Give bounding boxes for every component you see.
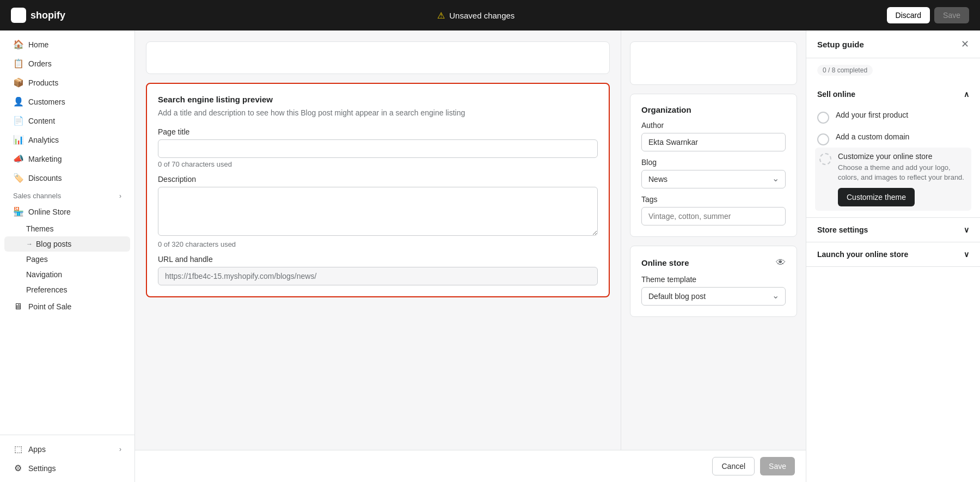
progress-text: 0 / 8 completed: [817, 65, 873, 76]
content-area: Search engine listing preview Add a titl…: [135, 30, 621, 450]
close-icon[interactable]: ✕: [961, 39, 969, 49]
add-domain-label: Add a custom domain: [836, 132, 909, 141]
description-label: Description: [158, 175, 598, 184]
top-stub-card: [146, 41, 610, 74]
sidebar-item-products[interactable]: 📦 Products: [4, 73, 130, 92]
store-settings-section: Store settings ∨: [806, 218, 980, 242]
url-handle-label: URL and handle: [158, 255, 598, 264]
sidebar-subitem-blog-posts[interactable]: Blog posts: [4, 236, 130, 252]
sidebar: 🏠 Home 📋 Orders 📦 Products 👤 Customers 📄…: [0, 30, 135, 482]
sidebar-item-label: Analytics: [28, 136, 59, 144]
sidebar-item-discounts[interactable]: 🏷️ Discounts: [4, 168, 130, 187]
seo-card-subtitle: Add a title and description to see how t…: [158, 107, 598, 119]
sidebar-subitem-pages[interactable]: Pages: [4, 252, 130, 267]
launch-store-header[interactable]: Launch your online store ∨: [806, 242, 980, 266]
cancel-button[interactable]: Cancel: [712, 457, 755, 475]
store-settings-label: Store settings: [817, 225, 868, 234]
online-store-heading: Online store: [641, 258, 689, 267]
sidebar-item-label: Marketing: [28, 155, 62, 163]
eye-icon[interactable]: 👁: [776, 257, 786, 269]
chevron-right-icon: ›: [119, 192, 121, 200]
sidebar-subitem-themes[interactable]: Themes: [4, 221, 130, 236]
sell-online-header[interactable]: Sell online ∧: [806, 82, 980, 106]
main-layout: 🏠 Home 📋 Orders 📦 Products 👤 Customers 📄…: [0, 30, 980, 482]
pages-label: Pages: [26, 255, 48, 264]
sell-online-section: Sell online ∧ Add your first product Add…: [806, 82, 980, 218]
sidebar-subitem-navigation[interactable]: Navigation: [4, 267, 130, 282]
author-input[interactable]: [641, 133, 786, 151]
launch-store-label: Launch your online store: [817, 250, 908, 259]
right-top-stub: [630, 41, 797, 85]
page-title-label: Page title: [158, 127, 598, 136]
pos-icon: 🖥: [13, 302, 23, 312]
seo-card: Search engine listing preview Add a titl…: [146, 83, 610, 297]
sidebar-item-analytics[interactable]: 📊 Analytics: [4, 130, 130, 149]
blog-select[interactable]: News Blog: [641, 170, 786, 188]
blog-posts-label: Blog posts: [36, 240, 71, 248]
blog-label: Blog: [641, 158, 786, 167]
author-label: Author: [641, 121, 786, 130]
home-icon: 🏠: [13, 39, 23, 50]
save-bottom-button[interactable]: Save: [760, 457, 795, 475]
sidebar-item-marketing[interactable]: 📣 Marketing: [4, 149, 130, 168]
online-store-icon: 🏪: [13, 206, 23, 217]
page-title-input[interactable]: [158, 139, 598, 158]
setup-item-circle-dashed: [819, 153, 831, 165]
products-icon: 📦: [13, 77, 23, 88]
setup-item-add-domain[interactable]: Add a custom domain: [817, 128, 969, 150]
tags-input[interactable]: [641, 207, 786, 225]
setup-item-customize-store[interactable]: Customize your online store Choose a the…: [815, 148, 971, 211]
sidebar-item-label: Customers: [28, 97, 65, 106]
theme-template-label: Theme template: [641, 275, 786, 284]
chevron-up-icon: ∧: [964, 90, 969, 99]
setup-item-add-product[interactable]: Add your first product: [817, 106, 969, 128]
customize-store-label: Customize your online store: [838, 152, 967, 161]
sidebar-item-content[interactable]: 📄 Content: [4, 111, 130, 130]
topbar-actions: Discard Save: [887, 7, 969, 23]
organization-card: Organization Author Blog News Blog Tags: [630, 94, 797, 237]
right-panel: Organization Author Blog News Blog Tags: [621, 30, 806, 450]
discard-button[interactable]: Discard: [887, 7, 930, 23]
themes-label: Themes: [26, 224, 54, 233]
apps-icon: ⬚: [13, 444, 23, 454]
sidebar-footer: ⬚ Apps › ⚙ Settings: [0, 435, 134, 482]
customize-theme-button[interactable]: Customize theme: [838, 188, 915, 206]
shopify-logo-icon: 🛍: [11, 8, 26, 23]
add-product-label: Add your first product: [836, 111, 908, 119]
theme-template-select[interactable]: Default blog post: [641, 287, 786, 306]
settings-icon: ⚙: [13, 463, 23, 473]
description-hint: 0 of 320 characters used: [158, 240, 598, 248]
orders-icon: 📋: [13, 58, 23, 69]
save-button[interactable]: Save: [934, 7, 969, 23]
description-input[interactable]: [158, 187, 598, 236]
page-title-hint: 0 of 70 characters used: [158, 160, 598, 168]
sidebar-item-point-of-sale[interactable]: 🖥 Point of Sale: [4, 297, 130, 316]
sidebar-item-customers[interactable]: 👤 Customers: [4, 92, 130, 111]
setup-item-circle: [817, 133, 829, 145]
sidebar-subitem-preferences[interactable]: Preferences: [4, 282, 130, 297]
store-settings-header[interactable]: Store settings ∨: [806, 218, 980, 242]
setup-item-content: Add a custom domain: [836, 132, 909, 141]
topbar: 🛍 shopify ⚠ Unsaved changes Discard Save: [0, 0, 980, 30]
sidebar-item-label: Discounts: [28, 174, 62, 182]
sidebar-item-home[interactable]: 🏠 Home: [4, 35, 130, 54]
sidebar-item-apps[interactable]: ⬚ Apps ›: [4, 440, 130, 459]
sidebar-item-online-store[interactable]: 🏪 Online Store: [4, 202, 130, 221]
sales-channels-label: Sales channels: [13, 192, 61, 200]
theme-template-select-wrapper: Default blog post: [641, 287, 786, 306]
setup-panel-header: Setup guide ✕: [806, 30, 980, 58]
sidebar-item-label: Online Store: [28, 208, 71, 216]
url-handle-input[interactable]: [158, 267, 598, 285]
sidebar-item-orders[interactable]: 📋 Orders: [4, 54, 130, 73]
apps-label: Apps: [28, 445, 46, 454]
sidebar-item-settings[interactable]: ⚙ Settings: [4, 459, 130, 478]
logo: 🛍 shopify: [11, 8, 65, 23]
tags-label: Tags: [641, 195, 786, 204]
bottom-bar: Cancel Save: [135, 450, 806, 482]
logo-text: shopify: [30, 10, 65, 21]
setup-guide-panel: Setup guide ✕ 0 / 8 completed Sell onlin…: [806, 30, 980, 482]
settings-label: Settings: [28, 464, 56, 473]
customize-store-desc: Choose a theme and add your logo, colors…: [838, 163, 967, 182]
sales-channels-section: Sales channels ›: [0, 187, 134, 202]
online-store-card: Online store 👁 Theme template Default bl…: [630, 246, 797, 317]
